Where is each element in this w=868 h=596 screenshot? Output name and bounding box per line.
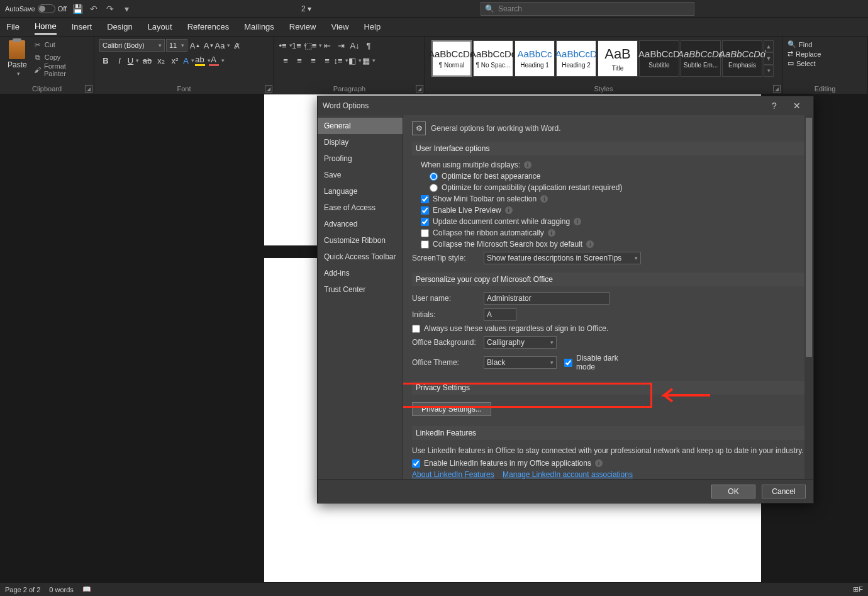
italic-button[interactable]: I — [113, 54, 126, 67]
cancel-button[interactable]: Cancel — [762, 485, 806, 498]
tab-layout[interactable]: Layout — [148, 20, 172, 34]
autosave-toggle[interactable]: AutoSave Off — [5, 4, 67, 13]
tab-references[interactable]: References — [187, 20, 229, 34]
link-manage-linkedin[interactable]: Manage LinkedIn account associations — [503, 470, 633, 479]
tab-help[interactable]: Help — [364, 20, 381, 34]
style-subtle-em[interactable]: AaBbCcDdSubtle Em... — [681, 40, 721, 77]
check-linkedin[interactable]: Enable LinkedIn features in my Office ap… — [412, 458, 804, 469]
highlight-button[interactable]: ab▾ — [196, 54, 209, 67]
help-button[interactable]: ? — [763, 97, 786, 115]
tab-mailings[interactable]: Mailings — [244, 20, 274, 34]
show-marks-button[interactable]: ¶ — [362, 39, 375, 52]
page-status[interactable]: Page 2 of 2 — [5, 586, 40, 593]
close-button[interactable]: ✕ — [786, 97, 808, 115]
font-name-combo[interactable]: Calibri (Body)▾ — [99, 39, 165, 52]
style-nospacing[interactable]: AaBbCcDd¶ No Spac... — [473, 40, 513, 77]
check-live-preview[interactable]: Enable Live Previewi — [412, 205, 804, 216]
line-spacing-button[interactable]: ↕≡▾ — [335, 54, 347, 67]
tab-review[interactable]: Review — [289, 20, 316, 34]
info-icon[interactable]: i — [586, 240, 594, 248]
strike-button[interactable]: ab — [141, 54, 153, 67]
nav-custom-ribbon[interactable]: Customize Ribbon — [318, 232, 403, 249]
subscript-button[interactable]: x₂ — [155, 54, 167, 67]
tab-insert[interactable]: Insert — [72, 20, 92, 34]
style-heading1[interactable]: AaBbCcHeading 1 — [515, 40, 555, 77]
tab-home[interactable]: Home — [35, 19, 57, 35]
info-icon[interactable]: i — [595, 459, 603, 467]
style-subtitle[interactable]: AaBbCcDSubtitle — [639, 40, 679, 77]
shading-button[interactable]: ◧▾ — [348, 54, 361, 67]
find-button[interactable]: 🔍Find — [787, 40, 821, 48]
copy-button[interactable]: ⧉Copy — [32, 52, 89, 63]
link-about-linkedin[interactable]: About LinkedIn Features — [412, 470, 494, 479]
style-emphasis[interactable]: AaBbCcDdEmphasis — [722, 40, 762, 77]
increase-indent-button[interactable]: ⇥ — [335, 39, 347, 52]
nav-general[interactable]: General — [318, 118, 403, 134]
nav-proofing[interactable]: Proofing — [318, 150, 403, 167]
nav-advanced[interactable]: Advanced — [318, 216, 403, 232]
change-case-button[interactable]: Aa▾ — [216, 39, 229, 52]
dialog-launcher-icon[interactable]: ◢ — [773, 85, 781, 93]
theme-combo[interactable]: Black▾ — [484, 356, 557, 369]
save-icon[interactable]: 💾 — [72, 3, 83, 14]
borders-button[interactable]: ▦▾ — [362, 54, 375, 67]
dialog-launcher-icon[interactable]: ◢ — [416, 85, 423, 93]
grow-font-button[interactable]: A▲ — [189, 39, 201, 52]
shrink-font-button[interactable]: A▼ — [203, 39, 215, 52]
tab-design[interactable]: Design — [107, 20, 132, 34]
info-icon[interactable]: i — [524, 161, 531, 169]
justify-button[interactable]: ≡ — [321, 54, 333, 67]
spellcheck-icon[interactable]: 📖 — [82, 585, 91, 593]
sort-button[interactable]: A↓ — [348, 39, 361, 52]
nav-ease[interactable]: Ease of Access — [318, 200, 403, 216]
bold-button[interactable]: B — [99, 54, 112, 67]
username-input[interactable] — [484, 292, 609, 305]
style-normal[interactable]: AaBbCcDd¶ Normal — [431, 40, 472, 77]
font-size-combo[interactable]: 11▾ — [166, 39, 187, 52]
cut-button[interactable]: ✂Cut — [32, 39, 89, 50]
select-button[interactable]: ▭Select — [787, 59, 821, 67]
nav-save[interactable]: Save — [318, 167, 403, 183]
search-input[interactable]: 🔍 Search — [481, 2, 694, 16]
nav-qat[interactable]: Quick Access Toolbar — [318, 249, 403, 265]
font-color-button[interactable]: A▾ — [210, 54, 223, 67]
replace-button[interactable]: ⇄Replace — [787, 50, 821, 58]
align-center-button[interactable]: ≡ — [293, 54, 306, 67]
gallery-scroll[interactable]: ▲▼▾ — [764, 40, 774, 77]
initials-input[interactable] — [484, 308, 516, 321]
check-collapse-ribbon[interactable]: Collapse the ribbon automaticallyi — [412, 227, 804, 239]
paste-button[interactable]: Paste ▾ — [5, 39, 30, 78]
tab-file[interactable]: File — [6, 20, 19, 34]
focus-mode-icon[interactable]: ⊞F — [853, 585, 863, 593]
info-icon[interactable]: i — [548, 229, 555, 237]
check-always-use[interactable]: Always use these values regardless of si… — [412, 323, 804, 334]
background-combo[interactable]: Calligraphy▾ — [484, 336, 557, 349]
check-mini-toolbar[interactable]: Show Mini Toolbar on selectioni — [412, 193, 804, 205]
underline-button[interactable]: U▾ — [127, 54, 140, 67]
align-left-button[interactable]: ≡ — [279, 54, 292, 67]
superscript-button[interactable]: x² — [169, 54, 181, 67]
decrease-indent-button[interactable]: ⇤ — [321, 39, 333, 52]
multilevel-button[interactable]: ⬚≡▾ — [307, 39, 320, 52]
radio-best-appearance[interactable]: Optimize for best appearance — [412, 171, 804, 182]
clear-format-button[interactable]: A̷ — [230, 39, 243, 52]
nav-language[interactable]: Language — [318, 183, 403, 200]
info-icon[interactable]: i — [574, 218, 581, 225]
screentip-combo[interactable]: Show feature descriptions in ScreenTips▾ — [484, 252, 641, 264]
format-painter-button[interactable]: 🖌Format Painter — [32, 64, 89, 76]
style-title[interactable]: AaBTitle — [598, 40, 638, 77]
info-icon[interactable]: i — [505, 206, 513, 214]
dialog-launcher-icon[interactable]: ◢ — [265, 85, 272, 93]
nav-display[interactable]: Display — [318, 134, 403, 150]
dialog-launcher-icon[interactable]: ◢ — [85, 85, 92, 93]
check-update-drag[interactable]: Update document content while draggingi — [412, 216, 804, 227]
text-effects-button[interactable]: A▾ — [182, 54, 195, 67]
style-heading2[interactable]: AaBbCcDHeading 2 — [556, 40, 596, 77]
radio-compatibility[interactable]: Optimize for compatibility (application … — [412, 182, 804, 193]
nav-trust[interactable]: Trust Center — [318, 281, 403, 298]
nav-addins[interactable]: Add-ins — [318, 265, 403, 281]
check-disable-dark[interactable]: Disable dark mode — [562, 352, 628, 373]
qat-dropdown-icon[interactable]: ▾ — [121, 3, 132, 14]
check-collapse-search[interactable]: Collapse the Microsoft Search box by def… — [412, 239, 804, 250]
redo-icon[interactable]: ↷ — [104, 3, 116, 14]
